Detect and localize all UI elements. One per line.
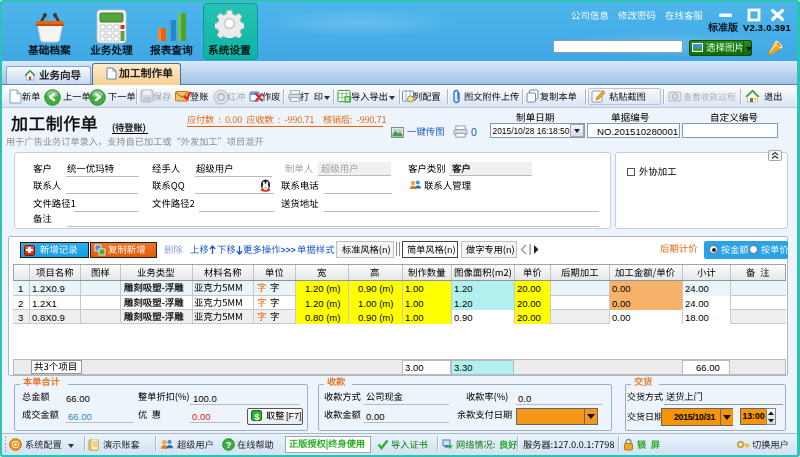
svg-text:?: ? <box>226 440 232 450</box>
